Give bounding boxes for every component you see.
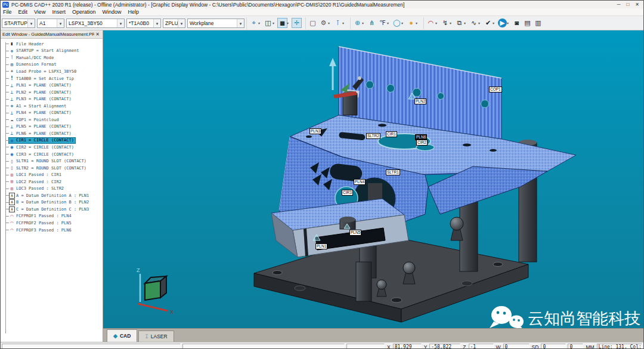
temp-compensation-icon[interactable]: ℉▾ [377, 18, 391, 29]
chevron-down-icon[interactable]: ▾ [507, 21, 510, 25]
chevron-down-icon[interactable]: ▾ [450, 21, 453, 25]
command-row[interactable]: ⊞Dimension Format [2, 61, 103, 69]
close-button[interactable]: ✕ [635, 2, 639, 7]
command-row[interactable]: ◉CIR1 = CIRCLE (CONTACT) [2, 137, 103, 144]
toolbar-group-2: ▢⚙▾⊺▾ [305, 17, 348, 29]
alignment-combo[interactable]: STARTUP▾ [2, 18, 35, 28]
command-row[interactable]: ▯SLTR1 = ROUND SLOT (CONTACT) [2, 157, 103, 165]
probe-icon: ⌖ [9, 69, 15, 74]
probe-position-icon[interactable]: ⊺▾ [333, 18, 346, 29]
menu-item-operation[interactable]: Operation [72, 9, 96, 15]
command-row[interactable]: AA = Datum Definition A : PLN1 [2, 192, 103, 199]
command-row[interactable]: AC = Datum Definition C : PLN3 [2, 206, 103, 213]
command-row[interactable]: ⊞LOC2 Passed : CIR2 [2, 178, 103, 186]
command-row[interactable]: ▯SLTR2 = ROUND SLOT (CONTACT) [2, 165, 103, 172]
profile-dimension-icon[interactable]: ◠▾ [426, 18, 439, 29]
command-row[interactable]: ⊥PLN5 = PLANE (CONTACT) [2, 123, 103, 131]
transform-axes-icon[interactable]: ⋔ [367, 18, 377, 29]
chevron-down-icon[interactable]: ▾ [117, 19, 124, 27]
view-orientation-icon[interactable]: ⊕▾ [352, 18, 366, 29]
report-layout-icon[interactable]: ▥ [533, 18, 543, 29]
command-row[interactable]: ◠FCFPROF1 Passed : PLN4 [2, 213, 103, 220]
chevron-down-icon[interactable]: ▾ [27, 19, 35, 27]
feature-label-pln1: PLN1 [315, 243, 327, 249]
chevron-down-icon[interactable]: ▾ [342, 21, 346, 25]
command-row[interactable]: ❖STARTUP = Start Alignment [2, 48, 103, 55]
status-value-sd: 0 [541, 344, 566, 349]
shaded-view-icon[interactable]: ◼▾ [277, 18, 291, 29]
command-row[interactable]: ◠FCFPROF2 Passed : PLN5 [2, 220, 103, 227]
edit-window-close-icon[interactable]: ✕ [94, 32, 101, 37]
menu-item-view[interactable]: View [34, 9, 45, 15]
view-combo[interactable]: Workplane▾ [187, 18, 244, 28]
command-text: File Header [16, 42, 44, 47]
chevron-down-icon[interactable]: ▾ [401, 21, 405, 25]
chevron-down-icon[interactable]: ▾ [435, 21, 439, 25]
report-window-icon[interactable]: ▤ [522, 18, 532, 29]
wireframe-view-icon[interactable]: ◫▾ [263, 18, 277, 29]
chevron-down-icon[interactable]: ▾ [362, 21, 366, 25]
active-tip-combo[interactable]: *T1A0B0▾ [126, 18, 161, 28]
command-row[interactable]: ◠FCFPROF3 Passed : PLN6 [2, 227, 103, 234]
level-dot-icon[interactable]: ●▾ [406, 18, 420, 29]
command-row[interactable]: ⊥PLN1 = PLANE (CONTACT) [2, 82, 103, 89]
tab-cad[interactable]: ◆CAD [107, 329, 137, 342]
graphic-display-viewport[interactable]: Z X [103, 30, 644, 328]
command-row[interactable]: ❖A1 = Start Alignment [2, 103, 103, 110]
execute-icon[interactable]: ▶▾ [497, 18, 511, 29]
maximize-button[interactable]: □ [626, 2, 629, 7]
command-content: ⊥PLN6 = PLANE (CONTACT) [9, 131, 73, 136]
command-row[interactable]: ⊞LOC3 Passed : SLTR2 [2, 185, 103, 192]
menu-item-file[interactable]: File [3, 9, 12, 15]
command-row[interactable]: ⊥PLN3 = PLANE (CONTACT) [2, 95, 103, 103]
chevron-down-icon[interactable]: ▾ [57, 19, 64, 27]
settings-gears-icon[interactable]: ⚙▾ [318, 18, 332, 29]
command-row[interactable]: ⊞LOC1 Passed : CIR1 [2, 171, 103, 178]
command-text: PLN5 = PLANE (CONTACT) [16, 124, 72, 129]
chevron-down-icon[interactable]: ▾ [273, 21, 276, 25]
command-row[interactable]: ⊥PLN2 = PLANE (CONTACT) [2, 89, 103, 96]
probe-mode-icon[interactable]: ⌖▾ [249, 18, 262, 29]
loc-icon: ⊞ [9, 186, 15, 192]
command-row[interactable]: !T1A0B0 = Set Active Tip [2, 75, 103, 82]
command-row[interactable]: ◉CIR3 = CIRCLE (CONTACT) [2, 151, 103, 158]
chevron-down-icon[interactable]: ▾ [328, 21, 332, 25]
command-row[interactable]: ⊺Manual/DCC Mode [2, 54, 103, 61]
command-row[interactable]: ⊥PLN4 = PLANE (CONTACT) [2, 109, 103, 116]
menu-item-insert[interactable]: Insert [52, 9, 66, 15]
pointer-flash-icon[interactable]: ↯▾ [440, 18, 454, 29]
plane-icon: ⊥ [9, 89, 15, 95]
command-row[interactable]: ◉CIR2 = CIRCLE (CONTACT) [2, 144, 103, 151]
menu-item-help[interactable]: Help [128, 9, 139, 15]
menu-item-edit[interactable]: Edit [18, 9, 28, 15]
lasso-select-icon[interactable]: ◯▾ [392, 18, 405, 29]
probe-file-combo[interactable]: LSPX1_3BY50▾ [66, 18, 125, 28]
command-text: LOC2 Passed : CIR2 [16, 180, 61, 184]
comment-icon[interactable]: ▢ [308, 18, 318, 29]
chevron-down-icon[interactable]: ▾ [287, 21, 290, 25]
command-row[interactable]: ☁COP1 = Pointcloud [2, 116, 103, 123]
snapshot-icon[interactable]: ◙ [512, 18, 522, 29]
active-alignment-combo[interactable]: A1▾ [37, 18, 64, 28]
menu-item-window[interactable]: Window [102, 9, 121, 15]
chevron-down-icon[interactable]: ▾ [237, 19, 244, 27]
command-row[interactable]: ▮File Header [2, 41, 103, 48]
chevron-down-icon[interactable]: ▾ [464, 21, 467, 25]
chevron-down-icon[interactable]: ▾ [258, 21, 262, 25]
fit-view-icon[interactable]: ✛ [292, 18, 302, 29]
tab-laser[interactable]: ⌶LASER [138, 331, 174, 342]
chevron-down-icon[interactable]: ▾ [478, 21, 482, 25]
path-optimize-icon[interactable]: ∿▾ [469, 18, 482, 29]
command-row[interactable]: ⊥PLN6 = PLANE (CONTACT) [2, 130, 103, 137]
clearance-moves-icon[interactable]: ⧉▾ [454, 18, 468, 29]
chevron-down-icon[interactable]: ▾ [153, 19, 160, 27]
minimize-button[interactable]: ─ [617, 2, 621, 7]
chevron-down-icon[interactable]: ▾ [178, 19, 185, 27]
chevron-down-icon[interactable]: ▾ [416, 21, 419, 25]
mark-done-icon[interactable]: ✔▾ [483, 18, 497, 29]
command-row[interactable]: AB = Datum Definition B : PLN2 [2, 199, 103, 206]
workplane-combo[interactable]: ZPLUS▾ [163, 18, 185, 28]
command-row[interactable]: ⌖Load Probe = LSPX1_3BY50 [2, 68, 103, 75]
chevron-down-icon[interactable]: ▾ [493, 21, 496, 25]
chevron-down-icon[interactable]: ▾ [387, 21, 391, 25]
